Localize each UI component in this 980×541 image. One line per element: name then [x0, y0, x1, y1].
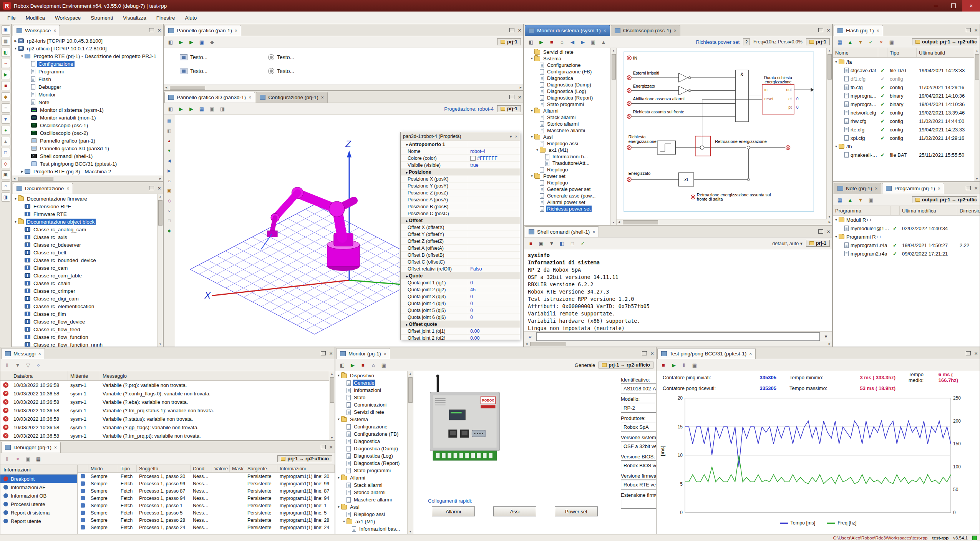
- tree-item[interactable]: Classe rc_flow_feed: [12, 325, 163, 333]
- graphic-radio-item[interactable]: Testo...: [268, 54, 294, 60]
- toolbar-icon[interactable]: ▶: [165, 166, 174, 175]
- property-row[interactable]: Quota joint 1 (qj1) 0: [401, 279, 520, 286]
- tab-pptest[interactable]: Test ping/pong BCC/31 (pptest-1)×: [657, 348, 756, 359]
- toolbar-icon[interactable]: ■: [547, 37, 556, 46]
- toolbar-icon[interactable]: ▣: [537, 239, 546, 248]
- dock-icon[interactable]: ◆: [1, 92, 10, 101]
- toolbar-icon[interactable]: ▣: [197, 37, 206, 46]
- tree-item[interactable]: Riepilogo: [524, 179, 616, 186]
- tree-item[interactable]: Diagnostica (Log): [335, 452, 413, 460]
- tree-item[interactable]: Classe rc_digi_cam: [12, 295, 163, 302]
- table-row[interactable]: /fa: [833, 58, 980, 66]
- property-row[interactable]: Posizione: [401, 169, 520, 176]
- tree-item[interactable]: Flash: [12, 75, 163, 83]
- tree-item[interactable]: Maschere allarmi: [335, 496, 413, 503]
- toolbar-icon[interactable]: ◧: [165, 126, 174, 135]
- tree-item[interactable]: Riepilogo assi: [335, 511, 413, 518]
- tree-item[interactable]: Stato programmi: [524, 101, 616, 108]
- tree-item[interactable]: ax1 (M1): [524, 147, 616, 153]
- tab-shell[interactable]: Shell comandi (shell-1)×: [525, 226, 599, 237]
- close-panel-icon[interactable]: ×: [329, 444, 333, 450]
- quick-link-button[interactable]: Allarmi: [432, 506, 475, 516]
- tab-close-icon[interactable]: ×: [321, 95, 324, 100]
- toolbar-icon[interactable]: ▣: [379, 360, 388, 370]
- tree-item[interactable]: rp2-loris [TCP/IP 10.0.45.3:8100]: [12, 37, 163, 45]
- property-row[interactable]: Antropomorfo 1: [401, 141, 520, 148]
- tab-debugger[interactable]: Debugger (prj-1)×: [1, 442, 61, 453]
- tree-item[interactable]: Classe rc_flow_function_nnnh: [12, 341, 163, 347]
- history-icon[interactable]: ▾: [821, 332, 831, 341]
- table-header[interactable]: ProgrammaUltima modificaDimensione: [833, 206, 980, 216]
- toolbar-icon[interactable]: ▣: [207, 104, 217, 113]
- tab-close-icon[interactable]: ×: [674, 28, 677, 33]
- expander-icon[interactable]: [834, 235, 839, 239]
- menu-item[interactable]: Finestre: [151, 12, 180, 24]
- close-panel-icon[interactable]: ×: [827, 27, 830, 33]
- table-row[interactable]: Sempre Fetch Processo 1, passo 87 Nessun…: [78, 487, 335, 495]
- table-row[interactable]: rhw.cfg config 11/02/2021 14:44:00: [833, 117, 980, 125]
- debugger-nav-item[interactable]: Report utente: [0, 517, 77, 525]
- close-panel-icon[interactable]: ×: [974, 185, 978, 191]
- horizontal-scrollbar[interactable]: ◀▶: [12, 176, 163, 181]
- property-value[interactable]: 45: [468, 287, 520, 292]
- toolbar-icon[interactable]: Ⅱ: [680, 360, 689, 370]
- tree-item[interactable]: Stato programmi: [335, 467, 413, 474]
- tree-item[interactable]: Informazioni b...: [524, 153, 616, 160]
- debugger-nav-item[interactable]: Informazioni AF: [0, 483, 77, 491]
- float-panel-icon[interactable]: [818, 229, 823, 234]
- tab-messaggi[interactable]: Messaggi×: [1, 348, 45, 359]
- property-value[interactable]: true: [468, 163, 520, 168]
- tree-item[interactable]: Oscilloscopio (osc-1): [12, 121, 163, 129]
- project-chip[interactable]: prj-1: [806, 38, 830, 45]
- tree-item[interactable]: Diagnostica: [335, 438, 413, 445]
- tree-item[interactable]: Classe rc_cam: [12, 264, 163, 272]
- expander-icon[interactable]: [336, 374, 341, 377]
- close-panel-icon[interactable]: ×: [518, 27, 521, 33]
- toolbar-icon[interactable]: ▼: [547, 239, 556, 248]
- table-row[interactable]: df1.cfg config: [833, 75, 980, 83]
- table-row[interactable]: fb.cfg config 11/02/2021 14:29:16: [833, 83, 980, 91]
- table-row[interactable]: Programmi R++: [833, 232, 980, 241]
- dock-icon[interactable]: ▦: [1, 37, 10, 46]
- tree-item[interactable]: Shell comandi (shell-1): [12, 152, 163, 160]
- property-value[interactable]: Falso: [468, 266, 520, 272]
- tree-item[interactable]: Estensione RPE: [12, 202, 163, 210]
- property-row[interactable]: Nome robot-4: [401, 148, 520, 155]
- toolbar-icon[interactable]: ◧: [166, 37, 175, 46]
- tree-item[interactable]: Classe rc_chain: [12, 279, 163, 287]
- table-row[interactable]: Sempre Fetch Processo 1, passo 99 Nessun…: [78, 480, 335, 487]
- tree-item[interactable]: Classe rc_axis: [12, 233, 163, 241]
- table-row[interactable]: 10/03/2022 10:36:58 sysm-1 Variabile (?.…: [0, 406, 335, 415]
- tree-item[interactable]: Classe rc_bdeserver: [12, 241, 163, 249]
- tree-item[interactable]: Generale: [335, 379, 413, 387]
- tree-item[interactable]: Richiesta power set: [524, 206, 616, 212]
- toolbar-icon[interactable]: ✓: [578, 239, 587, 248]
- tree-item[interactable]: Configurazione: [524, 62, 616, 68]
- toolbar-icon[interactable]: ▶: [176, 104, 186, 113]
- tab-close-icon[interactable]: ×: [749, 351, 752, 357]
- property-value[interactable]: 0.00: [468, 335, 520, 340]
- property-row[interactable]: Posizione X (posX): [401, 176, 520, 183]
- toolbar-icon[interactable]: ▣: [690, 360, 699, 370]
- toolbar-icon[interactable]: ◧: [338, 360, 347, 370]
- float-panel-icon[interactable]: [509, 28, 514, 32]
- horizontal-scrollbar[interactable]: ◀▶: [524, 341, 832, 347]
- property-value[interactable]: 0: [468, 301, 520, 306]
- toolbar-icon[interactable]: ◀: [165, 156, 174, 165]
- toolbar-icon[interactable]: ◇: [165, 196, 174, 205]
- menu-item[interactable]: Visualizza: [118, 12, 151, 24]
- property-row[interactable]: Colore (color) #FFFFFF: [401, 155, 520, 162]
- tab-sysm[interactable]: Monitor di sistema (sysm-1)×: [525, 25, 610, 36]
- close-panel-icon[interactable]: ×: [518, 94, 521, 100]
- tree-item[interactable]: Oscilloscopio (osc-2): [12, 129, 163, 137]
- tree-item[interactable]: Firmware RTE: [12, 210, 163, 218]
- tree-item[interactable]: Allarmi: [335, 474, 413, 481]
- project-chip[interactable]: prj-1: [497, 38, 521, 45]
- tree-item[interactable]: Allarmi: [524, 108, 616, 114]
- dock-icon[interactable]: ▼: [1, 115, 10, 124]
- tree-item[interactable]: Informazioni bas...: [335, 525, 413, 533]
- toolbar-icon[interactable]: ▦: [197, 104, 206, 113]
- float-panel-icon[interactable]: [149, 186, 154, 190]
- shell-mode-select[interactable]: default, auto ▾: [772, 241, 803, 246]
- dock-icon[interactable]: ■: [1, 81, 10, 90]
